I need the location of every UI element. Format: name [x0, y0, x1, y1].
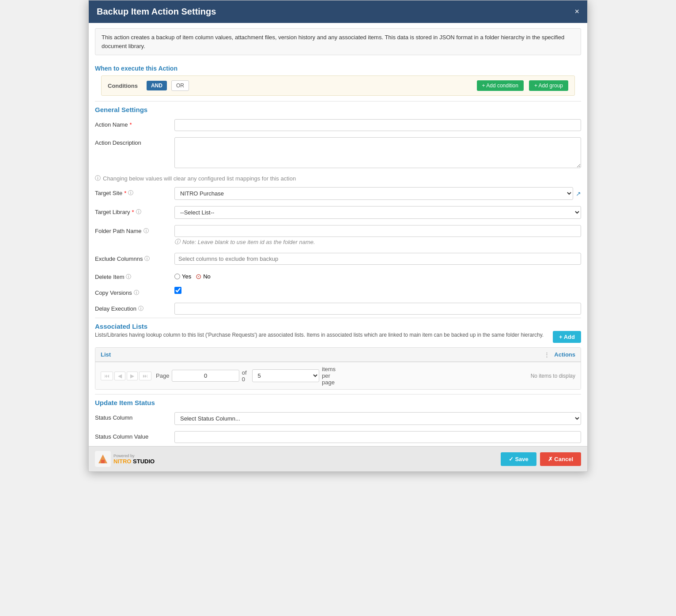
- items-per-page-select[interactable]: 5 10 25 50: [252, 369, 319, 382]
- folder-path-control: ⓘ Note: Leave blank to use item id as th…: [174, 225, 581, 247]
- delete-item-label: Delete Item ⓘ: [95, 271, 174, 281]
- warning-icon: ⓘ: [95, 174, 101, 182]
- status-column-control: Select Status Column...: [174, 412, 581, 425]
- delete-item-no-icon: ⊙: [196, 272, 201, 281]
- nitro-studio-logo-icon: [95, 451, 111, 467]
- exclude-columns-input[interactable]: [174, 253, 581, 265]
- folder-path-info-icon[interactable]: ⓘ: [144, 227, 149, 235]
- delay-execution-row: Delay Execution ⓘ: [89, 300, 587, 318]
- action-description-control: [174, 137, 581, 169]
- copy-versions-control: [174, 287, 581, 295]
- modal-container: Backup Item Action Settings × This actio…: [88, 0, 588, 472]
- brand-text: NITRO STUDIO: [113, 458, 155, 465]
- page-number-input[interactable]: [172, 370, 239, 382]
- copy-versions-info-icon[interactable]: ⓘ: [134, 289, 139, 297]
- next-page-button[interactable]: ▶: [127, 372, 138, 380]
- table-header: List ⋮ Actions: [95, 348, 581, 362]
- conditions-right: + Add condition + Add group: [477, 80, 568, 91]
- associated-lists-desc: Lists/Libraries having lookup column to …: [95, 331, 544, 339]
- associated-lists-header: Lists/Libraries having lookup column to …: [95, 331, 581, 343]
- modal-footer: Powered by NITRO STUDIO ✓ Save ✗ Cancel: [89, 446, 587, 471]
- action-name-control: [174, 119, 581, 131]
- conditions-left: Conditions AND OR: [108, 80, 189, 91]
- folder-path-note: ⓘ Note: Leave blank to use item id as th…: [174, 237, 581, 247]
- close-button[interactable]: ×: [574, 7, 579, 16]
- delay-execution-info-icon[interactable]: ⓘ: [138, 305, 144, 312]
- copy-versions-label: Copy Versions ⓘ: [95, 287, 174, 297]
- save-button[interactable]: ✓ Save: [501, 452, 536, 466]
- delete-item-row: Delete Item ⓘ Yes ⊙ No: [89, 268, 587, 284]
- status-column-value-input[interactable]: [174, 431, 581, 443]
- copy-versions-checkbox[interactable]: [174, 287, 181, 294]
- copy-versions-row: Copy Versions ⓘ: [89, 284, 587, 300]
- target-library-label: Target Library* ⓘ: [95, 206, 174, 216]
- target-library-control: --Select List--: [174, 206, 581, 219]
- associated-lists-title: Associated Lists: [89, 318, 587, 331]
- action-name-input[interactable]: [174, 119, 581, 131]
- page-info: Page of 0 5 10 25 50 items per page: [156, 366, 336, 386]
- prev-page-button[interactable]: ◀: [114, 372, 125, 380]
- status-column-row: Status Column Select Status Column...: [89, 409, 587, 428]
- table-header-dots-icon[interactable]: ⋮: [544, 351, 550, 358]
- target-site-select[interactable]: NITRO Purchase: [174, 187, 573, 200]
- add-group-button[interactable]: + Add group: [529, 80, 568, 91]
- target-site-info-icon[interactable]: ⓘ: [128, 189, 133, 197]
- delay-execution-input[interactable]: [174, 303, 581, 315]
- modal-body: This action creates a backup of item col…: [89, 23, 587, 446]
- when-section: When to execute this Action Conditions A…: [89, 60, 587, 101]
- target-library-select[interactable]: --Select List--: [174, 206, 581, 219]
- action-description-label: Action Description: [95, 137, 174, 146]
- modal-title: Backup Item Action Settings: [97, 7, 216, 17]
- status-column-value-control: [174, 431, 581, 443]
- svg-rect-2: [101, 460, 105, 463]
- external-link-icon[interactable]: ↗: [576, 190, 581, 197]
- delete-item-control: Yes ⊙ No: [174, 271, 581, 281]
- and-button[interactable]: AND: [147, 81, 167, 90]
- action-description-input[interactable]: [174, 137, 581, 168]
- target-site-inner-row: NITRO Purchase ↗: [174, 187, 581, 200]
- cancel-button[interactable]: ✗ Cancel: [540, 452, 581, 466]
- table-pagination: ⏮ ◀ ▶ ⏭ Page of 0 5 10 25 50: [95, 362, 581, 389]
- folder-path-row: Folder Path Name ⓘ ⓘ Note: Leave blank t…: [89, 222, 587, 250]
- delete-item-no-label[interactable]: ⊙ No: [196, 272, 211, 281]
- folder-path-input[interactable]: [174, 225, 581, 237]
- info-banner: This action creates a backup of item col…: [95, 28, 581, 55]
- delete-item-yes-label[interactable]: Yes: [174, 273, 191, 280]
- brand-studio: STUDIO: [131, 458, 155, 465]
- add-condition-button[interactable]: + Add condition: [477, 80, 524, 91]
- powered-by-text: Powered by: [113, 454, 155, 458]
- target-site-row: Target Site* ⓘ NITRO Purchase ↗: [89, 184, 587, 203]
- exclude-columns-control: [174, 253, 581, 265]
- delete-item-info-icon[interactable]: ⓘ: [126, 273, 131, 281]
- note-icon: ⓘ: [174, 238, 180, 246]
- folder-path-label: Folder Path Name ⓘ: [95, 225, 174, 235]
- brand-nitro: NITRO: [113, 458, 131, 465]
- general-settings-title: General Settings: [89, 101, 587, 116]
- target-library-info-icon[interactable]: ⓘ: [136, 208, 141, 216]
- associated-lists-table: List ⋮ Actions ⏮ ◀ ▶ ⏭ Page of 0: [95, 347, 581, 390]
- delete-item-yes-radio[interactable]: [174, 274, 180, 279]
- conditions-section: Conditions AND OR + Add condition + Add …: [101, 75, 575, 96]
- target-library-row: Target Library* ⓘ --Select List--: [89, 203, 587, 222]
- warning-text: ⓘ Changing below values will clear any c…: [89, 173, 587, 184]
- status-column-select[interactable]: Select Status Column...: [174, 412, 581, 425]
- last-page-button[interactable]: ⏭: [139, 372, 151, 380]
- target-site-label: Target Site* ⓘ: [95, 187, 174, 197]
- exclude-columns-info-icon[interactable]: ⓘ: [144, 255, 150, 263]
- add-list-button[interactable]: + Add: [553, 331, 581, 343]
- exclude-columns-row: Exclude Columnns ⓘ: [89, 250, 587, 268]
- modal-header: Backup Item Action Settings ×: [89, 0, 587, 23]
- exclude-columns-label: Exclude Columnns ⓘ: [95, 253, 174, 263]
- pagination-buttons: ⏮ ◀ ▶ ⏭: [101, 372, 151, 380]
- first-page-button[interactable]: ⏮: [101, 372, 113, 380]
- or-button[interactable]: OR: [171, 80, 189, 91]
- associated-lists-section: Lists/Libraries having lookup column to …: [89, 331, 587, 390]
- status-column-value-label: Status Column Value: [95, 431, 174, 440]
- target-site-control: NITRO Purchase ↗: [174, 187, 581, 200]
- delay-execution-label: Delay Execution ⓘ: [95, 303, 174, 312]
- action-name-row: Action Name*: [89, 116, 587, 134]
- table-header-actions: Actions: [554, 351, 575, 358]
- status-column-label: Status Column: [95, 412, 174, 421]
- delay-execution-control: [174, 303, 581, 315]
- action-name-label: Action Name*: [95, 119, 174, 128]
